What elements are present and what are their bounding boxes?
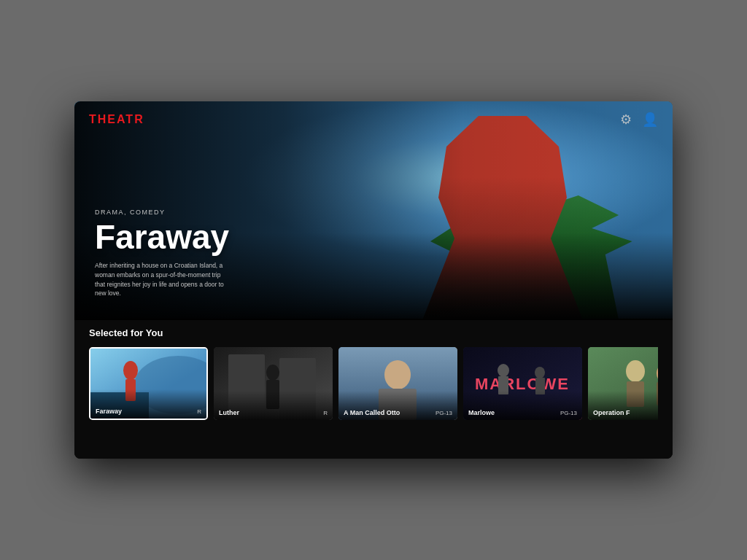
- section-title: Selected for You: [89, 327, 658, 338]
- card-luther-title: Luther: [219, 409, 239, 416]
- hero-description: After inheriting a house on a Croatian I…: [95, 261, 230, 298]
- header-icons: ⚙ 👤: [620, 112, 658, 128]
- hero-title: Faraway: [95, 220, 230, 254]
- header: THEATR ⚙ 👤: [74, 101, 673, 138]
- svg-point-3: [123, 361, 138, 380]
- svg-point-8: [266, 365, 279, 381]
- hero-content: DRAMA, COMEDY Faraway After inheriting a…: [95, 209, 230, 298]
- card-luther[interactable]: Luther R: [214, 347, 333, 420]
- card-marlowe[interactable]: MARLOWE Marlowe PG-13: [463, 347, 582, 420]
- card-faraway[interactable]: Faraway R: [89, 347, 208, 420]
- card-marlowe-title: Marlowe: [468, 409, 495, 416]
- card-luther-rating: R: [323, 410, 328, 416]
- profile-icon[interactable]: 👤: [642, 112, 658, 128]
- selected-section: Selected for You: [74, 319, 673, 459]
- hero-genre: DRAMA, COMEDY: [95, 209, 230, 216]
- tv-screen: THEATR ⚙ 👤 DRAMA, COMEDY Faraway After i…: [74, 101, 673, 459]
- card-otto-overlay: A Man Called Otto PG-13: [338, 391, 457, 420]
- card-otto-rating: PG-13: [436, 410, 452, 416]
- svg-point-11: [384, 360, 411, 389]
- cards-container: Faraway R: [89, 347, 658, 420]
- card-marlowe-overlay: Marlowe PG-13: [463, 391, 582, 420]
- settings-icon[interactable]: ⚙: [620, 112, 632, 128]
- card-otto-title: A Man Called Otto: [344, 409, 400, 416]
- card-faraway-title: Faraway: [96, 408, 122, 415]
- card-luther-overlay: Luther R: [214, 391, 333, 420]
- card-operation-overlay: Operation F: [588, 391, 658, 420]
- svg-point-15: [498, 364, 509, 377]
- card-faraway-rating: R: [197, 408, 201, 415]
- card-operation-title: Operation F: [593, 409, 630, 416]
- app-logo: THEATR: [89, 113, 144, 126]
- svg-point-17: [535, 367, 545, 378]
- svg-point-20: [626, 360, 645, 382]
- card-marlowe-rating: PG-13: [560, 410, 577, 416]
- card-operation[interactable]: Operation F: [588, 347, 658, 420]
- card-otto[interactable]: A Man Called Otto PG-13: [338, 347, 457, 420]
- card-faraway-overlay: Faraway R: [90, 389, 206, 419]
